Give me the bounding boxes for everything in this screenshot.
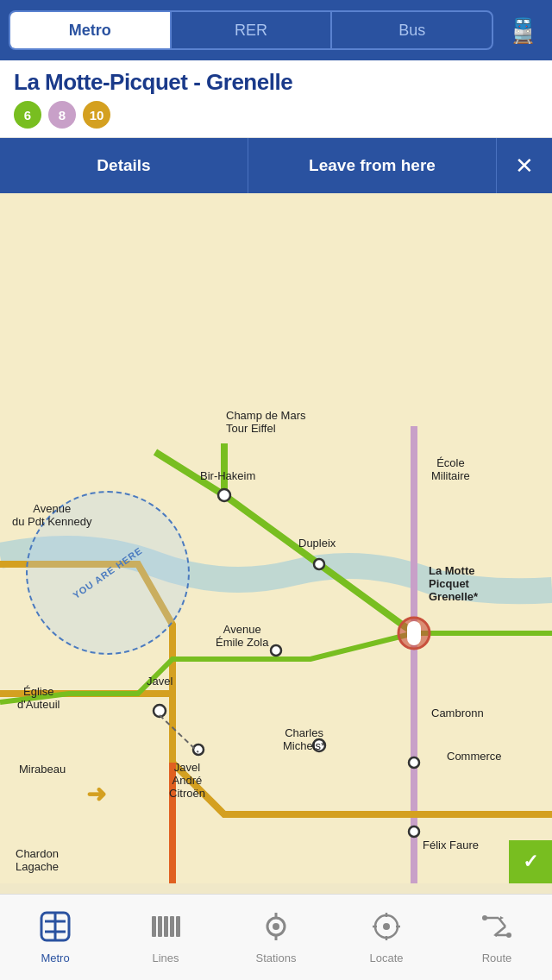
- svg-rect-3: [407, 621, 421, 645]
- tab-rer[interactable]: RER: [172, 12, 333, 48]
- svg-point-5: [154, 705, 166, 717]
- tab-group: Metro RER Bus: [9, 10, 493, 50]
- nav-lines[interactable]: Lines: [110, 895, 221, 980]
- svg-point-24: [273, 923, 279, 930]
- svg-rect-18: [152, 916, 156, 937]
- svg-point-28: [383, 923, 390, 930]
- bottom-nav: Metro Lines Stations: [0, 894, 552, 980]
- nav-metro-label: Metro: [41, 952, 69, 964]
- svg-rect-21: [170, 916, 174, 937]
- station-banner: La Motte-Picquet - Grenelle 6 8 10: [0, 60, 552, 138]
- svg-point-6: [193, 744, 204, 755]
- train-icon: 🚆: [502, 9, 543, 51]
- you-are-here-circle: YOU ARE HERE: [26, 491, 190, 655]
- svg-line-34: [499, 918, 505, 927]
- nav-locate[interactable]: Locate: [331, 895, 442, 980]
- svg-point-1: [314, 559, 324, 569]
- nav-route-label: Route: [482, 952, 512, 964]
- svg-point-7: [313, 739, 325, 751]
- nav-metro[interactable]: Metro: [0, 895, 110, 980]
- svg-point-4: [271, 645, 281, 656]
- nav-route[interactable]: Route: [442, 895, 552, 980]
- tab-bus[interactable]: Bus: [332, 12, 492, 48]
- svg-rect-19: [158, 916, 162, 937]
- line-badges: 6 8 10: [14, 101, 538, 129]
- svg-rect-20: [164, 916, 168, 937]
- svg-rect-22: [176, 916, 180, 937]
- nav-stations-label: Stations: [256, 952, 297, 964]
- tab-metro[interactable]: Metro: [10, 12, 172, 48]
- metro-nav-icon: [40, 911, 71, 948]
- line-6-badge: 6: [14, 101, 41, 129]
- nav-lines-label: Lines: [152, 952, 179, 964]
- transport-tabs: Metro RER Bus 🚆: [0, 0, 552, 60]
- details-button[interactable]: Details: [0, 138, 248, 193]
- leave-from-here-button[interactable]: Leave from here: [248, 138, 497, 193]
- line-10-badge: 10: [83, 101, 110, 129]
- svg-point-38: [506, 933, 511, 938]
- svg-marker-39: [500, 916, 504, 920]
- nav-locate-label: Locate: [369, 952, 403, 964]
- line10-arrow: ➜: [86, 780, 106, 808]
- route-nav-icon: [481, 911, 512, 948]
- stations-nav-icon: [260, 911, 292, 948]
- locate-nav-icon: [371, 911, 402, 948]
- nav-stations[interactable]: Stations: [221, 895, 331, 980]
- svg-point-9: [409, 826, 419, 837]
- svg-point-37: [482, 915, 487, 920]
- station-name: La Motte-Picquet - Grenelle: [14, 69, 538, 96]
- you-are-here-text: YOU ARE HERE: [72, 545, 145, 601]
- line-8-badge: 8: [48, 101, 76, 129]
- green-indicator: ✓: [509, 840, 552, 883]
- close-button[interactable]: ✕: [497, 138, 552, 193]
- action-row: Details Leave from here ✕: [0, 138, 552, 193]
- svg-point-8: [409, 757, 419, 768]
- lines-nav-icon: [150, 911, 181, 948]
- svg-point-0: [218, 489, 230, 501]
- map-area[interactable]: YOU ARE HERE Champ de MarsTour Eiffel Bi…: [0, 193, 552, 883]
